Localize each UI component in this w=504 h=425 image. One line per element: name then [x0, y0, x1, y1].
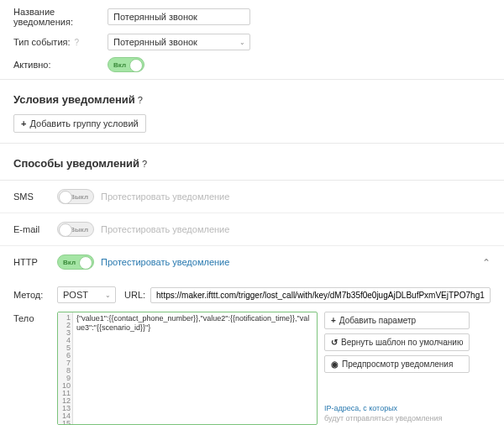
- sms-label: SMS: [13, 192, 57, 202]
- url-input[interactable]: [150, 287, 491, 303]
- sms-toggle[interactable]: Выкл: [57, 189, 94, 204]
- toggle-off-text: Выкл: [70, 226, 88, 233]
- help-icon: ?: [75, 38, 80, 47]
- method-select-value: POST: [57, 286, 116, 303]
- toggle-on-text: Вкл: [63, 259, 76, 266]
- toggle-off-text: Выкл: [70, 193, 88, 201]
- conditions-title: Условия уведомлений: [13, 93, 135, 106]
- http-toggle[interactable]: Вкл: [57, 254, 94, 270]
- ip-note-sub: будут отправляться уведомления: [324, 414, 442, 422]
- http-test-link[interactable]: Протестировать уведомление: [101, 257, 229, 267]
- sms-test-link: Протестировать уведомление: [101, 192, 229, 202]
- methods-title: Способы уведомлений: [13, 157, 139, 170]
- active-toggle[interactable]: Вкл: [108, 57, 144, 72]
- url-label: URL:: [124, 290, 145, 300]
- reset-template-button[interactable]: ↺Вернуть шаблон по умолчанию: [324, 333, 470, 351]
- line-gutter: 123456789101112131415: [58, 312, 73, 424]
- collapse-button[interactable]: ⌄: [482, 256, 491, 268]
- add-condition-group-button[interactable]: + Добавить группу условий: [13, 114, 146, 133]
- add-param-label: Добавить параметр: [339, 316, 416, 325]
- add-group-label: Добавить группу условий: [29, 118, 138, 129]
- eye-icon: ◉: [331, 359, 339, 369]
- event-select[interactable]: Потерянный звонок ⌄: [108, 34, 250, 50]
- method-select[interactable]: POST ⌄: [57, 286, 116, 303]
- undo-icon: ↺: [331, 338, 338, 347]
- preview-button[interactable]: ◉Предпросмотр уведомления: [324, 355, 470, 373]
- help-icon: ?: [142, 159, 147, 169]
- event-label: Тип события:: [13, 37, 71, 47]
- email-test-link: Протестировать уведомление: [101, 224, 229, 234]
- name-input[interactable]: [108, 8, 250, 25]
- chevron-up-icon: ⌄: [482, 256, 491, 268]
- toggle-on-text: Вкл: [113, 61, 126, 69]
- plus-icon: +: [21, 118, 26, 129]
- email-label: E-mail: [13, 224, 57, 234]
- plus-icon: +: [331, 316, 336, 325]
- name-label: Название уведомления:: [13, 7, 73, 27]
- body-label: Тело: [13, 312, 57, 323]
- http-label: HTTP: [13, 257, 57, 267]
- active-label: Активно:: [13, 60, 51, 70]
- email-toggle[interactable]: Выкл: [57, 222, 94, 237]
- ip-note-link[interactable]: IP-адреса, с которых: [324, 404, 397, 412]
- body-code[interactable]: {"value1":{{contact_phone_number}},"valu…: [73, 312, 317, 424]
- body-editor[interactable]: 123456789101112131415 {"value1":{{contac…: [57, 312, 318, 425]
- event-select-value: Потерянный звонок: [108, 34, 250, 50]
- help-icon: ?: [138, 95, 143, 105]
- method-label: Метод:: [13, 290, 57, 300]
- add-param-button[interactable]: +Добавить параметр: [324, 312, 470, 329]
- preview-label: Предпросмотр уведомления: [342, 359, 453, 369]
- reset-tpl-label: Вернуть шаблон по умолчанию: [341, 338, 463, 347]
